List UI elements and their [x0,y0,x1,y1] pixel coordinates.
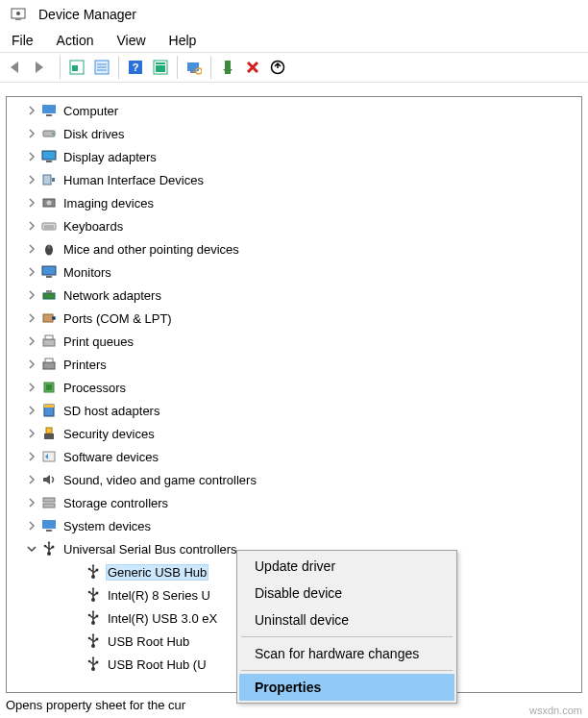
svg-point-71 [88,591,91,594]
port-icon [40,309,58,327]
svg-rect-24 [46,161,52,162]
menu-separator [241,670,453,671]
tree-category[interactable]: Human Interface Devices [7,168,581,191]
keyboard-icon [40,217,58,235]
tree-label: Intel(R) 8 Series U [106,587,212,604]
back-button[interactable] [6,55,31,80]
hid-icon [40,171,58,188]
context-menu-item[interactable]: Uninstall device [239,607,454,633]
tree-category[interactable]: Sound, video and game controllers [7,468,581,491]
context-menu-item[interactable]: Disable device [239,580,454,607]
chevron-right-icon[interactable] [24,358,38,372]
svg-rect-34 [42,266,56,275]
chevron-right-icon[interactable] [24,496,38,510]
tree-category[interactable]: System devices [7,514,581,537]
tree-category[interactable]: Ports (COM & LPT) [7,307,581,330]
svg-rect-4 [72,65,78,71]
app-icon [10,6,27,23]
chevron-right-icon[interactable] [24,127,38,141]
menu-separator [241,636,453,637]
context-menu-item[interactable]: Update driver [239,553,454,580]
chevron-right-icon[interactable] [24,311,38,326]
svg-rect-45 [46,384,52,390]
tree-category[interactable]: Processors [7,376,581,399]
tree-category[interactable]: Print queues [7,330,581,353]
context-menu-item[interactable]: Properties [239,674,454,701]
action-button[interactable] [89,55,114,80]
watermark: wsxdn.com [529,705,582,716]
tree-category[interactable]: Mice and other pointing devices [7,237,581,260]
scan-hardware-button[interactable] [182,55,207,80]
tree-category[interactable]: Monitors [7,260,581,284]
svg-point-77 [88,614,91,617]
context-menu-item[interactable]: Scan for hardware changes [239,640,454,667]
cpu-icon [40,379,58,396]
help-button[interactable]: ? [123,55,148,80]
update-driver-button[interactable] [265,55,290,80]
svg-rect-40 [43,339,55,346]
chevron-right-icon[interactable] [24,519,38,533]
chevron-right-icon[interactable] [24,381,38,395]
chevron-right-icon[interactable] [24,450,38,464]
chevron-right-icon[interactable] [24,427,38,441]
tree-label: Human Interface Devices [61,172,206,188]
svg-point-59 [44,545,47,548]
svg-rect-1 [15,18,21,20]
svg-point-83 [88,637,91,640]
menu-file[interactable]: File [12,33,34,48]
tree-label: System devices [61,518,153,534]
tree-category[interactable]: Storage controllers [7,491,581,514]
menu-help[interactable]: Help [169,33,197,48]
uninstall-button[interactable] [240,55,265,80]
svg-rect-54 [46,530,52,532]
menu-action[interactable]: Action [57,33,94,48]
svg-rect-19 [42,105,56,113]
chevron-right-icon[interactable] [24,173,38,187]
tree-category[interactable]: SD host adapters [7,399,581,422]
svg-point-2 [16,12,20,15]
tree-category[interactable]: Keyboards [7,214,581,237]
svg-rect-38 [43,314,53,322]
tree-category[interactable]: Printers [7,353,581,376]
forward-button[interactable] [31,55,56,80]
chevron-right-icon[interactable] [24,288,38,303]
chevron-down-icon[interactable] [24,542,38,557]
svg-point-28 [47,201,52,206]
camera-icon [40,194,58,211]
svg-rect-26 [52,178,55,182]
tree-category[interactable]: Software devices [7,445,581,468]
svg-rect-41 [45,335,53,339]
storage-icon [40,494,58,511]
tree-label: Disk drives [61,126,127,142]
svg-rect-52 [43,504,55,508]
tree-category[interactable]: Display adapters [7,145,581,168]
chevron-right-icon[interactable] [24,104,38,118]
svg-point-22 [52,133,54,135]
chevron-right-icon[interactable] [24,473,38,487]
tree-category[interactable]: Network adapters [7,284,581,307]
properties-button[interactable] [148,55,173,80]
enable-button[interactable] [215,55,240,80]
chevron-right-icon[interactable] [24,242,38,257]
chevron-right-icon[interactable] [24,196,38,210]
system-icon [40,517,58,534]
tree-category[interactable]: Security devices [7,422,581,445]
tree-label: Generic USB Hub [106,564,208,581]
menu-view[interactable]: View [116,33,145,48]
toolbar: ? [0,52,588,83]
show-hide-console-button[interactable] [64,55,89,80]
usb-icon [85,586,102,604]
svg-rect-90 [96,661,99,664]
usb-icon [85,563,102,581]
svg-text:?: ? [133,62,139,73]
chevron-right-icon[interactable] [24,404,38,418]
chevron-right-icon[interactable] [24,219,38,234]
svg-point-89 [88,660,91,663]
chevron-right-icon[interactable] [24,334,38,349]
chevron-right-icon[interactable] [24,150,38,164]
tree-label: Monitors [61,264,113,281]
tree-category[interactable]: Computer [7,99,581,122]
tree-category[interactable]: Imaging devices [7,191,581,214]
chevron-right-icon[interactable] [24,265,38,280]
tree-category[interactable]: Disk drives [7,122,581,145]
